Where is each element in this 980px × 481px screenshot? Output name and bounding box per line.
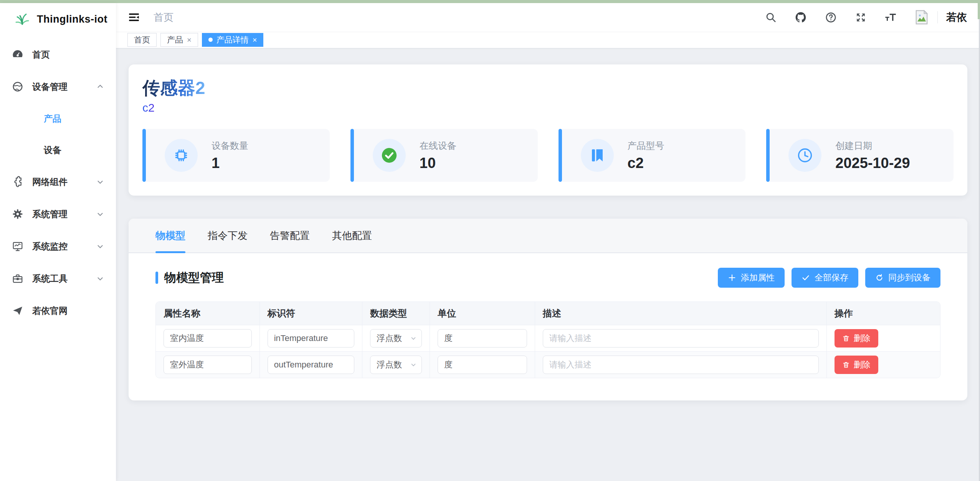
refresh-icon [875,273,884,282]
column-header: 标识符 [259,302,362,325]
sync-to-device-button[interactable]: 同步到设备 [865,268,940,288]
description-input[interactable] [543,356,819,374]
sidebar-item-system-tools[interactable]: 系统工具 [0,262,116,295]
stat-label: 设备数量 [212,140,248,152]
chevron-up-icon [96,82,104,91]
github-icon[interactable] [795,11,807,23]
sidebar-item-system-management[interactable]: 系统管理 [0,198,116,230]
stat-value: 10 [420,155,456,171]
app-title: Thinglinks-iot [37,13,107,25]
search-icon[interactable] [765,11,777,23]
sidebar-item-system-monitor[interactable]: 系统监控 [0,230,116,262]
sidebar-item-device[interactable]: 设备 [0,134,116,166]
chevron-down-icon [96,210,104,218]
close-icon[interactable]: × [187,36,192,44]
chip-icon [165,139,198,172]
sidebar-item-device-management[interactable]: 设备管理 [0,71,116,103]
chevron-down-icon [410,335,417,342]
sidebar-item-product[interactable]: 产品 [0,103,116,134]
monitor-icon [12,240,24,252]
tag-home[interactable]: 首页 [127,33,157,47]
check-circle-icon [373,139,406,172]
add-attribute-button[interactable]: 添加属性 [718,268,785,288]
tab-thing-model[interactable]: 物模型 [155,219,185,252]
divider [937,11,938,23]
tab-other-config[interactable]: 其他配置 [332,219,372,252]
clock-icon [788,139,821,172]
top-green-strip [0,0,980,3]
detail-tabs: 物模型 指令下发 告警配置 其他配置 [129,219,967,253]
product-key: c2 [142,100,155,116]
close-icon[interactable]: × [253,36,257,44]
column-header: 数据类型 [362,302,430,325]
sidebar-item-label: 首页 [32,49,104,61]
sidebar-item-label: 产品 [44,113,61,125]
table-row: 浮点数 [156,351,940,378]
user-menu[interactable]: 若依 [914,9,967,25]
help-icon[interactable] [825,11,837,23]
breadcrumb[interactable]: 首页 [154,11,174,24]
accent-bar [350,129,354,182]
table-header-row: 属性名称 标识符 数据类型 单位 描述 操作 [156,302,940,325]
fullscreen-icon[interactable] [854,11,867,23]
tag-label: 产品详情 [216,35,249,45]
trash-icon [842,361,850,369]
datatype-select[interactable]: 浮点数 [370,356,422,374]
tab-alarm-config[interactable]: 告警配置 [270,219,310,252]
tab-command-dispatch[interactable]: 指令下发 [208,219,248,252]
section-header: 物模型管理 添加属性 全部保存 [129,268,967,288]
attribute-name-input[interactable] [164,356,252,374]
delete-button[interactable]: 删除 [835,356,878,374]
toolbox-icon [12,272,24,285]
section-title: 物模型管理 [155,270,224,286]
avatar-broken-image-icon [914,9,929,25]
stat-value: 2025-10-29 [835,155,910,171]
attributes-table: 属性名称 标识符 数据类型 单位 描述 操作 [155,301,940,378]
sidebar-item-home[interactable]: 首页 [0,38,116,71]
sidebar: Thinglinks-iot 首页 [0,3,116,481]
tab-label: 告警配置 [270,229,310,242]
chevron-down-icon [96,178,104,186]
unit-input[interactable] [438,356,527,374]
datatype-select[interactable]: 浮点数 [370,329,422,348]
identifier-input[interactable] [268,329,355,348]
stat-label: 产品型号 [628,140,664,152]
identifier-input[interactable] [268,356,355,374]
stat-card-online-devices: 在线设备 10 [350,129,538,182]
column-header: 单位 [430,302,535,325]
accent-bar [559,129,562,182]
delete-button[interactable]: 删除 [835,329,878,348]
bookmark-icon [581,139,614,172]
sidebar-item-network-components[interactable]: 网络组件 [0,166,116,198]
sidebar-item-label: 设备管理 [32,81,96,93]
sidebar-item-label: 设备 [44,144,61,156]
attribute-name-input[interactable] [164,329,252,348]
sidebar-item-label: 系统工具 [32,273,96,285]
toolbar: 添加属性 全部保存 [718,268,940,288]
page-content: 传感器2 c2 设备数量 1 [116,48,980,481]
save-all-button[interactable]: 全部保存 [792,268,858,288]
logo[interactable]: Thinglinks-iot [0,3,116,35]
stat-card-device-count: 设备数量 1 [142,129,330,182]
sidebar-item-ruoyi-website[interactable]: 若依官网 [0,295,116,327]
tag-label: 首页 [134,35,150,45]
chevron-down-icon [96,242,104,250]
tag-label: 产品 [167,35,183,45]
tag-product[interactable]: 产品 × [160,33,198,47]
unit-input[interactable] [438,329,527,348]
chevron-down-icon [410,361,417,368]
sidebar-toggle-icon[interactable] [127,11,140,24]
page-title: 传感器2 [142,76,205,100]
tab-label: 指令下发 [208,229,248,242]
paper-plane-icon [12,305,24,317]
column-header: 描述 [535,302,826,325]
stat-card-product-model: 产品型号 c2 [559,129,746,182]
edge-green-notch [978,3,980,19]
username[interactable]: 若依 [946,10,967,24]
dashboard-icon [12,48,24,61]
tag-product-detail[interactable]: 产品详情 × [202,33,264,47]
accent-bar [142,129,146,182]
description-input[interactable] [543,329,819,348]
font-size-icon[interactable] [884,11,897,23]
product-detail-card: 物模型 指令下发 告警配置 其他配置 物模型管理 [129,219,967,400]
